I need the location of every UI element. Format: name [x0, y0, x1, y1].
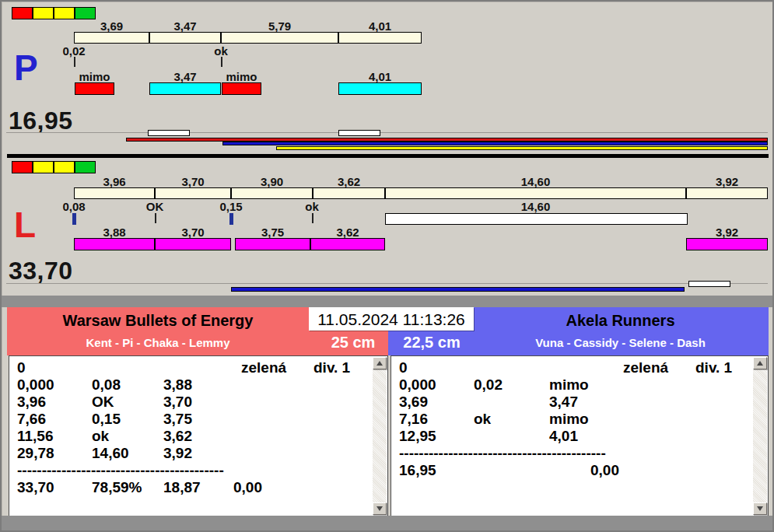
list-cell: 3,62 [163, 428, 233, 445]
list-cell [474, 428, 549, 445]
results-list-left[interactable]: 0zelenádiv. 10,0000,083,883,96OK3,707,66… [9, 355, 388, 516]
datetime-display: 11.05.2024 11:13:26 [309, 307, 474, 331]
team-name-right: Akela Runners [475, 312, 766, 330]
arrow-down-icon [376, 506, 383, 511]
value-bar-label: mimo [75, 70, 114, 83]
status-light [54, 161, 75, 173]
list-row: 29,7814,603,92 [17, 445, 372, 462]
team-name-left: Warsaw Bullets of Energy [7, 312, 309, 330]
value-bar [222, 82, 261, 95]
list-cell: 11,56 [17, 428, 92, 445]
value-bar-label: mimo [222, 70, 261, 83]
scale-segment [231, 187, 313, 199]
meter-panel-p: P 3,693,475,794,01 0,02ok mimo3,47mimo4,… [2, 5, 772, 154]
scrollbar-left[interactable] [373, 357, 387, 515]
mark-label: 0,02 [43, 44, 105, 58]
list-header-row: 0zelenádiv. 1 [17, 359, 372, 376]
value-bar-label: 3,88 [74, 226, 155, 239]
value-bar-labels-row: mimo3,47mimo4,01 [2, 70, 772, 82]
value-bar-label: 3,75 [235, 226, 310, 239]
list-cell: 0,000 [399, 376, 474, 394]
strip-white-marker [688, 281, 730, 287]
list-cell: 7,16 [399, 411, 474, 428]
total-row: 33,7078,59%18,870,00 [17, 479, 372, 496]
status-light [75, 161, 96, 173]
tick-mark [312, 213, 313, 223]
results-list-right[interactable]: 0zelenádiv. 10,0000,02mimo3,693,477,16ok… [391, 355, 769, 516]
value-bar [338, 82, 422, 95]
value-bar-labels-row: 3,883,703,753,623,92 [2, 226, 772, 237]
list-cell: 3,75 [163, 411, 233, 428]
scrollbar-right[interactable] [753, 357, 767, 515]
segment-labels-row: 3,963,703,903,6214,603,92 [2, 175, 772, 187]
status-label: zelená [623, 359, 668, 376]
scale-segment [338, 32, 422, 44]
list-cell: mimo [549, 376, 590, 394]
list-row: 7,660,153,75 [17, 411, 372, 428]
segment-labels-row: 3,693,475,794,01 [2, 19, 772, 32]
scale-segment [221, 32, 338, 44]
tick-row [2, 213, 772, 226]
scroll-up-button[interactable] [373, 357, 387, 369]
status-light [33, 7, 54, 19]
status-lights [12, 7, 96, 19]
scroll-up-button[interactable] [753, 357, 767, 369]
total-row: 16,950,00 [399, 462, 752, 479]
list-cell [474, 394, 549, 411]
value-bars-row [2, 238, 772, 251]
list-cell: ok [92, 428, 163, 445]
scroll-down-button[interactable] [753, 502, 767, 515]
segment-length-label: 3,69 [74, 19, 149, 33]
list-row: 3,693,47 [399, 394, 752, 411]
list-cell: 12,95 [399, 428, 474, 445]
scale-segment [313, 187, 385, 199]
value-bar-label: 3,92 [686, 226, 768, 239]
list-cell: OK [92, 394, 163, 411]
value-bar-label: 3,70 [155, 226, 231, 239]
tick-row [2, 57, 772, 69]
scale-segment [385, 187, 686, 199]
list-cell: 3,96 [17, 394, 92, 411]
black-divider [7, 154, 769, 158]
list-row: 12,954,01 [399, 428, 752, 445]
scale-segment [74, 32, 149, 44]
list-cell: 3,88 [163, 376, 233, 394]
app-window: P 3,693,475,794,01 0,02ok mimo3,47mimo4,… [0, 0, 774, 532]
section-band-top [2, 296, 772, 307]
tick-mark [74, 57, 75, 67]
total-length-l: 33,70 [9, 257, 73, 285]
status-light [33, 161, 54, 173]
strip-line [222, 142, 768, 145]
mark-labels-row: 0,08OK0,15ok14,60 [2, 200, 772, 212]
jump-height-right: 22,5 cm [389, 334, 475, 352]
list-cell: 3,70 [163, 394, 233, 411]
scale-segment [149, 32, 221, 44]
list-cell: 0,02 [474, 376, 549, 394]
value-bar [149, 82, 221, 95]
baseline [6, 132, 768, 133]
status-light [12, 7, 33, 19]
list-cell: mimo [549, 411, 590, 428]
results-text-left[interactable]: 0zelenádiv. 10,0000,083,883,96OK3,707,66… [9, 357, 372, 515]
separator-row: ----------------------------------------… [17, 462, 372, 479]
segment-length-label: 3,47 [149, 19, 221, 33]
list-row: 7,16okmimo [399, 411, 752, 428]
scale-segment [155, 187, 231, 199]
scroll-down-button[interactable] [373, 502, 387, 515]
jump-height-left: 25 cm [310, 334, 396, 352]
tick-mark [221, 57, 222, 67]
mark-label: OK [124, 200, 186, 213]
value-bar [74, 238, 155, 250]
separator-row: ----------------------------------------… [399, 445, 752, 462]
list-row: 0,0000,083,88 [17, 376, 372, 394]
value-bar [235, 238, 310, 250]
mark-label: ok [190, 44, 252, 58]
section-band-bottom [2, 516, 772, 532]
results-text-right[interactable]: 0zelenádiv. 10,0000,02mimo3,693,477,16ok… [391, 357, 752, 515]
value-bar-label: 3,62 [310, 226, 385, 239]
total-cell: 18,87 [163, 479, 233, 496]
gap-bar [385, 213, 688, 225]
total-cell: 78,59% [92, 479, 163, 496]
list-cell: 3,92 [163, 445, 233, 462]
mid-bar-label: 14,60 [385, 200, 686, 213]
